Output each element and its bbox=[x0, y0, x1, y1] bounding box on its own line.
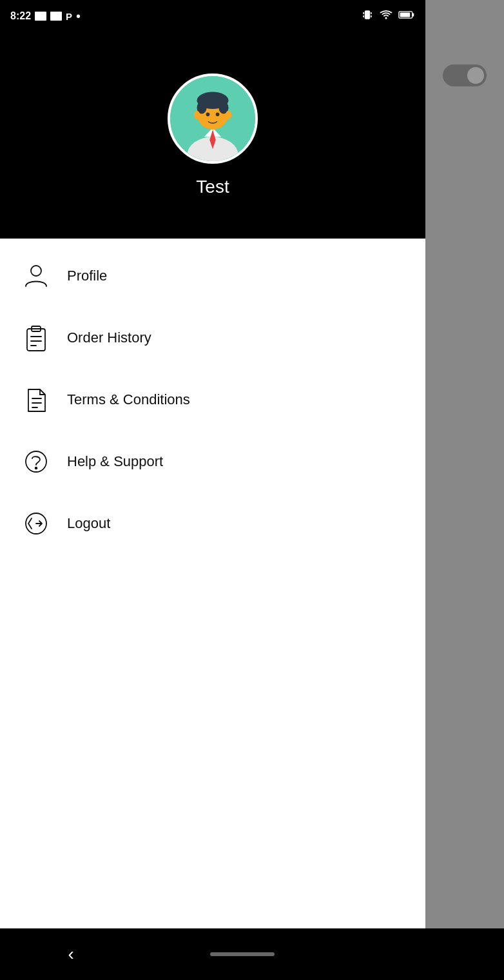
svg-rect-22 bbox=[27, 329, 45, 351]
logout-icon bbox=[19, 507, 53, 540]
svg-rect-8 bbox=[400, 13, 411, 17]
status-bar: 8:22 P • bbox=[0, 0, 425, 32]
status-p-icon: P bbox=[66, 11, 72, 22]
svg-point-19 bbox=[206, 113, 210, 117]
svg-point-18 bbox=[226, 111, 231, 119]
avatar bbox=[168, 74, 258, 164]
menu-item-logout[interactable]: Logout bbox=[0, 493, 425, 554]
question-icon bbox=[19, 445, 53, 478]
toggle-knob bbox=[467, 67, 484, 84]
logout-label: Logout bbox=[67, 515, 110, 532]
drawer-header: Test bbox=[0, 32, 425, 239]
clipboard-icon bbox=[19, 321, 53, 355]
status-box-icon-1 bbox=[35, 12, 46, 21]
menu-item-profile[interactable]: Profile bbox=[0, 245, 425, 307]
battery-icon bbox=[398, 10, 415, 23]
toggle-switch[interactable] bbox=[443, 64, 487, 86]
vibrate-icon bbox=[361, 8, 374, 24]
menu-item-help[interactable]: Help & Support bbox=[0, 431, 425, 493]
status-left: 8:22 P • bbox=[10, 9, 81, 24]
svg-rect-0 bbox=[365, 10, 370, 19]
bottom-bar: ‹ bbox=[0, 928, 504, 980]
status-dot: • bbox=[76, 9, 81, 24]
svg-rect-4 bbox=[371, 15, 372, 17]
terms-label: Terms & Conditions bbox=[67, 391, 190, 408]
back-button[interactable]: ‹ bbox=[68, 944, 73, 965]
menu-list: Profile Order History bbox=[0, 239, 425, 980]
document-icon bbox=[19, 383, 53, 416]
svg-point-31 bbox=[35, 467, 37, 469]
svg-rect-1 bbox=[363, 12, 364, 14]
svg-point-5 bbox=[385, 17, 387, 19]
svg-rect-3 bbox=[363, 15, 364, 17]
help-label: Help & Support bbox=[67, 453, 163, 470]
menu-item-terms[interactable]: Terms & Conditions bbox=[0, 369, 425, 431]
right-overlay bbox=[425, 0, 504, 980]
status-right bbox=[361, 8, 415, 24]
svg-point-17 bbox=[194, 111, 200, 119]
home-pill[interactable] bbox=[210, 952, 275, 956]
svg-rect-7 bbox=[412, 13, 414, 16]
status-box-icon-2 bbox=[50, 12, 62, 21]
wifi-icon bbox=[379, 10, 393, 23]
user-name: Test bbox=[196, 177, 229, 197]
profile-label: Profile bbox=[67, 268, 107, 284]
order-history-label: Order History bbox=[67, 329, 151, 346]
drawer-panel: 8:22 P • bbox=[0, 0, 425, 980]
svg-point-21 bbox=[31, 266, 41, 276]
menu-item-order-history[interactable]: Order History bbox=[0, 307, 425, 369]
person-icon bbox=[19, 259, 53, 293]
svg-rect-2 bbox=[371, 12, 372, 14]
status-time: 8:22 bbox=[10, 10, 31, 22]
svg-point-20 bbox=[216, 113, 220, 117]
